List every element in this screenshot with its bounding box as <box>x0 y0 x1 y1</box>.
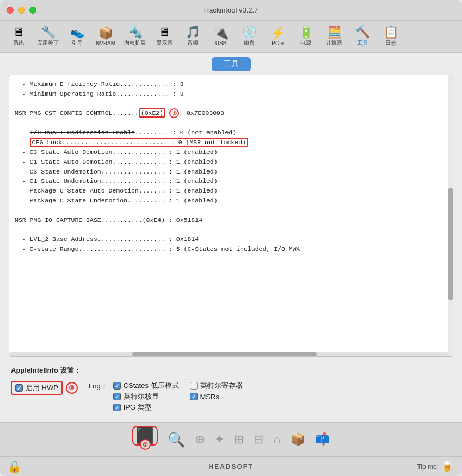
h-scrollbar-thumb <box>132 352 317 356</box>
boot-icon: 👟 <box>70 26 85 38</box>
output-area: - Maximum Efficiency Ratio............. … <box>9 75 453 357</box>
bottom-tune[interactable]: ⊕ <box>195 434 205 446</box>
toolbar-system[interactable]: 🖥 系统 <box>5 24 32 49</box>
main-toolbar: 🖥 系统 🔧 应用补丁 👟 引导 📦 NVRAM 🔩 内核扩展 🖥 显示器 🎵 … <box>0 21 462 53</box>
msrs-checkbox[interactable]: ✓ <box>190 393 198 400</box>
system-icon: 🖥 <box>13 26 24 38</box>
toolbar-pcie[interactable]: ⚡ PCle <box>264 25 291 48</box>
log-icon: 📋 <box>384 26 398 38</box>
toolbar-tools[interactable]: 🔨 工具 <box>349 24 375 49</box>
line-1: - Maximum Efficiency Ratio............. … <box>15 81 300 252</box>
bottom-package2[interactable]: 📫 <box>315 434 330 446</box>
boot-label: 引导 <box>72 39 83 47</box>
log-item-msrs: ✓ MSRs <box>190 392 243 401</box>
bottom-toolbar: ⬛ ① 🔍 ⊕ ✦ ⊞ ⊟ ⌂ 📦 📫 <box>0 422 462 456</box>
intelvga-checkbox[interactable]: ✓ <box>113 393 121 400</box>
toolbar-log[interactable]: 📋 日志 <box>378 24 404 49</box>
package1-icon: 📦 <box>291 434 305 446</box>
hwp-check-icon: ✓ <box>17 385 21 391</box>
titlebar: Hackintool v3.2.7 <box>0 0 462 21</box>
nvram-label: NVRAM <box>96 40 115 46</box>
badge-1: ① <box>140 439 151 450</box>
patch-label: 应用补丁 <box>37 39 59 47</box>
toolbar-calc[interactable]: 🧮 计算器 <box>321 24 347 49</box>
hwp-checkbox[interactable]: ✓ <box>15 384 23 392</box>
v-scrollbar-thumb <box>448 188 453 300</box>
display-label: 显示器 <box>156 39 173 47</box>
output-scroll[interactable]: - Maximum Efficiency Ratio............. … <box>9 75 453 356</box>
grid1-icon: ⊞ <box>234 434 244 446</box>
log-section-label: Log： <box>89 381 108 392</box>
usb-icon: 🔌 <box>214 27 229 39</box>
close-button[interactable] <box>7 7 14 14</box>
hwp-label: 启用 HWP <box>26 383 58 393</box>
minimize-button[interactable] <box>18 7 25 14</box>
power-icon: 🔋 <box>299 26 313 38</box>
hwp-checkbox-box[interactable]: ✓ 启用 HWP <box>11 381 63 395</box>
ipg-check: ✓ <box>115 405 119 411</box>
hwp-wrapper: ✓ 启用 HWP ③ <box>11 381 78 395</box>
tools-tab-button[interactable]: 工具 <box>212 57 251 71</box>
toolbar-disk[interactable]: 💿 磁盘 <box>236 24 262 49</box>
bottom-grid1[interactable]: ⊞ <box>234 434 244 446</box>
package2-icon: 📫 <box>315 434 330 446</box>
settings-title: AppleIntelInfo 设置： <box>11 366 451 375</box>
ipg-checkbox[interactable]: ✓ <box>113 404 121 411</box>
kext-label: 内核扩展 <box>124 39 146 47</box>
pcie-label: PCle <box>272 40 284 46</box>
bottom-search[interactable]: 🔍 <box>168 432 185 447</box>
h-scrollbar[interactable] <box>9 352 448 356</box>
intelreg-checkbox[interactable] <box>190 382 198 390</box>
display-icon: 🖥 <box>158 26 170 38</box>
grid2-icon: ⊟ <box>254 434 263 446</box>
disk-icon: 💿 <box>242 26 257 38</box>
tools-label: 工具 <box>357 39 368 47</box>
footer-brand: HEADSOFT <box>209 463 254 471</box>
toolbar-usb[interactable]: 🔌 USB <box>208 25 234 48</box>
bluetooth-icon: ✦ <box>214 434 224 446</box>
system-label: 系统 <box>13 39 24 47</box>
cstates-check: ✓ <box>115 383 119 389</box>
log-item-cstates: ✓ CStates 低压模式 <box>113 381 179 391</box>
maximize-button[interactable] <box>29 7 36 14</box>
beer-icon: 🍺 <box>441 460 454 473</box>
home-icon: ⌂ <box>273 434 280 446</box>
audio-label: 音频 <box>187 39 198 47</box>
kext-icon: 🔩 <box>128 26 143 38</box>
bottom-package1[interactable]: 📦 <box>291 434 305 446</box>
patch-icon: 🔧 <box>41 26 56 38</box>
tip-area[interactable]: Tip me! 🍺 <box>417 460 454 473</box>
power-label: 电源 <box>300 39 311 47</box>
main-content: - Maximum Efficiency Ratio............. … <box>0 75 462 422</box>
log-grid: ✓ CStates 低压模式 英特尔寄存器 ✓ <box>113 381 243 412</box>
toolbar-audio[interactable]: 🎵 音频 <box>180 24 206 49</box>
log-item-intelvga: ✓ 英特尔核显 <box>113 392 179 401</box>
cstates-checkbox[interactable]: ✓ <box>113 382 121 390</box>
bottom-grid2[interactable]: ⊟ <box>254 434 263 446</box>
toolbar-kext[interactable]: 🔩 内核扩展 <box>121 24 149 49</box>
toolbar-display[interactable]: 🖥 显示器 <box>151 24 177 49</box>
badge-3: ③ <box>66 382 78 394</box>
log-item-intelreg: 英特尔寄存器 <box>190 381 243 391</box>
lock-icon[interactable]: 🔓 <box>8 460 21 473</box>
settings-row: ✓ 启用 HWP ③ Log： ✓ C <box>11 381 451 412</box>
cstates-label: CStates 低压模式 <box>124 381 179 391</box>
toolbar-nvram[interactable]: 📦 NVRAM <box>93 25 119 48</box>
bottom-cpu[interactable]: ⬛ ① <box>132 426 158 446</box>
toolbar-patch[interactable]: 🔧 应用补丁 <box>34 24 62 49</box>
v-scrollbar[interactable] <box>448 75 453 356</box>
msrs-label: MSRs <box>200 393 219 401</box>
audio-icon: 🎵 <box>186 26 200 38</box>
search-icon: 🔍 <box>168 432 185 447</box>
window-title: Hackintool v3.2.7 <box>204 6 258 14</box>
msrs-check: ✓ <box>192 394 196 400</box>
toolbar-boot[interactable]: 👟 引导 <box>64 24 90 49</box>
calc-label: 计算器 <box>326 39 342 47</box>
bottom-bluetooth[interactable]: ✦ <box>214 434 224 446</box>
tip-label: Tip me! <box>417 463 439 471</box>
toolbar-power[interactable]: 🔋 电源 <box>293 24 319 49</box>
nvram-icon: 📦 <box>98 27 113 39</box>
bottom-home[interactable]: ⌂ <box>273 434 280 446</box>
pcie-icon: ⚡ <box>270 27 285 39</box>
disk-label: 磁盘 <box>244 39 255 47</box>
